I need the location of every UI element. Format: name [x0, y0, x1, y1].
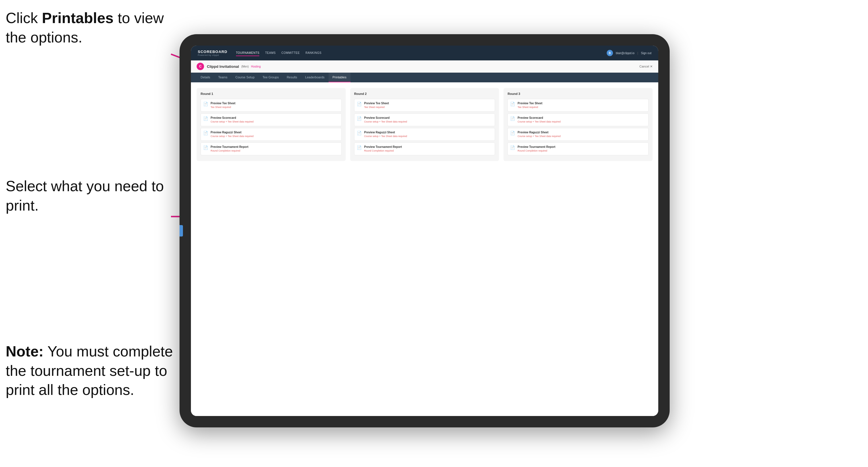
tournament-tag: (Men)	[241, 65, 249, 68]
round-1-tournament-report[interactable]: 📄 Preview Tournament Report Round Comple…	[200, 143, 342, 155]
document-icon: 📄	[510, 131, 515, 136]
tab-course-setup[interactable]: Course Setup	[231, 73, 258, 82]
round-2-title: Round 2	[354, 92, 495, 95]
r3-scorecard-title: Preview Scorecard	[518, 116, 560, 120]
tablet-device: SCOREBOARD Powered by clippd TOURNAMENTS…	[180, 34, 670, 427]
top-nav-links: TOURNAMENTS TEAMS COMMITTEE RANKINGS	[236, 50, 607, 56]
r3-tee-title: Preview Tee Sheet	[518, 101, 542, 105]
tab-tee-groups[interactable]: Tee Groups	[258, 73, 283, 82]
scoreboard-sub: Powered by clippd	[198, 54, 227, 56]
nav-link-committee[interactable]: COMMITTEE	[281, 50, 300, 56]
r2-report-sub: Round Completion required	[364, 149, 402, 153]
r2-report-title: Preview Tournament Report	[364, 145, 402, 149]
r2-scorecard-title: Preview Scorecard	[364, 116, 407, 120]
r1-tee-sub: Tee Sheet required	[211, 106, 236, 109]
document-icon: 📄	[510, 102, 515, 107]
document-icon: 📄	[357, 102, 362, 107]
tournament-header: C Clippd Invitational (Men) Hosting Canc…	[191, 60, 658, 73]
document-icon: 📄	[357, 145, 362, 151]
r3-scorecard-sub: Course setup + Tee Sheet data required	[518, 120, 560, 124]
nav-link-tournaments[interactable]: TOURNAMENTS	[236, 50, 259, 56]
round-3-tournament-report[interactable]: 📄 Preview Tournament Report Round Comple…	[507, 143, 649, 155]
round-2-section: Round 2 📄 Preview Tee Sheet Tee Sheet re…	[350, 88, 499, 161]
document-icon: 📄	[357, 131, 362, 136]
sign-out-link[interactable]: Sign out	[641, 52, 651, 55]
round-3-section: Round 3 📄 Preview Tee Sheet Tee Sheet re…	[503, 88, 653, 161]
top-nav-right: B blair@clippd.io | Sign out	[607, 50, 651, 56]
annotation-note-label: Note:	[6, 343, 43, 360]
r3-raguzzi-title: Preview Raguzzi Sheet	[518, 130, 560, 134]
r1-scorecard-sub: Course setup + Tee Sheet data required	[211, 120, 254, 124]
r1-report-sub: Round Completion required	[211, 149, 248, 153]
round-1-section: Round 1 📄 Preview Tee Sheet Tee Sheet re…	[197, 88, 346, 161]
r3-report-title: Preview Tournament Report	[518, 145, 555, 149]
tournament-status: Hosting	[251, 65, 261, 68]
document-icon: 📄	[510, 145, 515, 151]
r1-report-title: Preview Tournament Report	[211, 145, 248, 149]
round-3-scorecard[interactable]: 📄 Preview Scorecard Course setup + Tee S…	[507, 114, 649, 126]
nav-separator: |	[638, 52, 638, 55]
top-nav-bar: SCOREBOARD Powered by clippd TOURNAMENTS…	[191, 45, 658, 60]
r3-tee-sub: Tee Sheet required	[518, 106, 542, 109]
content-area: Round 1 📄 Preview Tee Sheet Tee Sheet re…	[191, 82, 658, 416]
nav-link-teams[interactable]: TEAMS	[265, 50, 276, 56]
nav-link-rankings[interactable]: RANKINGS	[306, 50, 321, 56]
user-avatar: B	[607, 50, 613, 56]
round-3-tee-sheet[interactable]: 📄 Preview Tee Sheet Tee Sheet required	[507, 99, 649, 112]
r2-raguzzi-sub: Course setup + Tee Sheet data required	[364, 135, 407, 138]
tab-teams[interactable]: Teams	[214, 73, 231, 82]
r3-raguzzi-sub: Course setup + Tee Sheet data required	[518, 135, 560, 138]
round-2-raguzzi[interactable]: 📄 Preview Raguzzi Sheet Course setup + T…	[354, 128, 495, 141]
annotation-top: Click Printables to view the options.	[6, 8, 165, 47]
tournament-name: Clippd Invitational	[207, 64, 239, 69]
rounds-container: Round 1 📄 Preview Tee Sheet Tee Sheet re…	[197, 88, 653, 161]
r1-raguzzi-sub: Course setup + Tee Sheet data required	[211, 135, 254, 138]
document-icon: 📄	[510, 116, 515, 122]
tab-results[interactable]: Results	[283, 73, 301, 82]
r2-raguzzi-title: Preview Raguzzi Sheet	[364, 130, 407, 134]
round-1-tee-sheet[interactable]: 📄 Preview Tee Sheet Tee Sheet required	[200, 99, 342, 112]
round-1-title: Round 1	[200, 92, 342, 95]
annotation-bottom: Note: You must complete the tournament s…	[6, 342, 182, 400]
r1-scorecard-title: Preview Scorecard	[211, 116, 254, 120]
document-icon: 📄	[357, 116, 362, 122]
round-3-title: Round 3	[507, 92, 649, 95]
user-email: blair@clippd.io	[616, 52, 634, 55]
round-1-scorecard[interactable]: 📄 Preview Scorecard Course setup + Tee S…	[200, 114, 342, 126]
scoreboard-title: SCOREBOARD	[198, 50, 227, 54]
cancel-button[interactable]: Cancel ✕	[640, 65, 653, 68]
tab-leaderboards[interactable]: Leaderboards	[301, 73, 329, 82]
scoreboard-logo: SCOREBOARD Powered by clippd	[198, 50, 227, 56]
r1-tee-title: Preview Tee Sheet	[211, 101, 236, 105]
tablet-screen: SCOREBOARD Powered by clippd TOURNAMENTS…	[191, 45, 658, 416]
r2-tee-title: Preview Tee Sheet	[364, 101, 389, 105]
r2-scorecard-sub: Course setup + Tee Sheet data required	[364, 120, 407, 124]
document-icon: 📄	[203, 102, 208, 107]
document-icon: 📄	[203, 131, 208, 136]
tab-printables[interactable]: Printables	[329, 73, 350, 82]
round-3-raguzzi[interactable]: 📄 Preview Raguzzi Sheet Course setup + T…	[507, 128, 649, 141]
document-icon: 📄	[203, 145, 208, 151]
r2-tee-sub: Tee Sheet required	[364, 106, 389, 109]
r3-report-sub: Round Completion required	[518, 149, 555, 153]
tab-details[interactable]: Details	[197, 73, 214, 82]
round-2-scorecard[interactable]: 📄 Preview Scorecard Course setup + Tee S…	[354, 114, 495, 126]
annotation-bold-printables: Printables	[42, 10, 114, 26]
round-2-tee-sheet[interactable]: 📄 Preview Tee Sheet Tee Sheet required	[354, 99, 495, 112]
tournament-logo: C	[197, 63, 204, 70]
round-1-raguzzi[interactable]: 📄 Preview Raguzzi Sheet Course setup + T…	[200, 128, 342, 141]
tab-navigation: Details Teams Course Setup Tee Groups Re…	[191, 73, 658, 82]
r1-raguzzi-title: Preview Raguzzi Sheet	[211, 130, 254, 134]
round-2-tournament-report[interactable]: 📄 Preview Tournament Report Round Comple…	[354, 143, 495, 155]
document-icon: 📄	[203, 116, 208, 122]
annotation-middle: Select what you need to print.	[6, 177, 165, 215]
